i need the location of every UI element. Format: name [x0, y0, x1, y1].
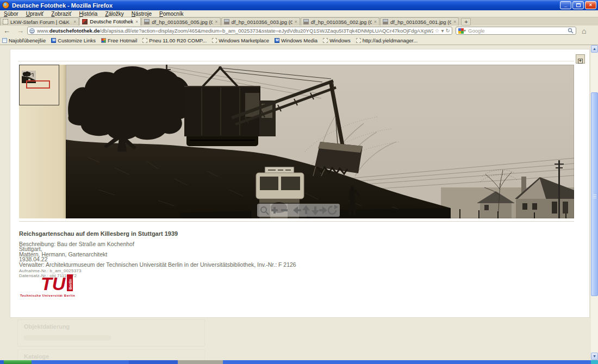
default-bookmark-icon — [212, 38, 217, 43]
windows-taskbar-edge[interactable] — [0, 360, 598, 364]
image-favicon-icon — [303, 19, 309, 24]
default-bookmark-icon — [323, 38, 328, 43]
menu-bookmarks[interactable]: Záložky — [101, 11, 127, 17]
reload-icon[interactable]: ↻ — [446, 28, 450, 34]
url-www: www. — [37, 28, 49, 34]
zoom-out-icon[interactable] — [281, 209, 288, 211]
menu-bar: Súbor Upraviť Zobraziť História Záložky … — [0, 10, 598, 17]
tab-lkw-forum[interactable]: LKW-Stefan Forum | O&K | O&... × — [0, 17, 79, 26]
caption-author: Mattern, Hermann, Gartenarchitekt — [19, 252, 563, 257]
fotothek-favicon-icon — [82, 19, 88, 24]
tu-logo-letters: TU — [41, 273, 66, 294]
search-engine-dropdown-icon[interactable]: ▾ — [464, 28, 466, 33]
image-favicon-icon — [224, 19, 229, 24]
browser-window: Deutsche Fotothek - Mozilla Firefox _ × … — [0, 0, 598, 364]
bookmark-yieldmanager[interactable]: http://ad.yieldmanager... — [356, 37, 418, 43]
default-bookmark-icon — [142, 38, 147, 43]
start-button-edge[interactable] — [4, 360, 32, 364]
image-favicon-icon — [144, 19, 149, 24]
default-favicon-icon — [3, 19, 8, 24]
scroll-up-button[interactable]: ▲ — [591, 45, 598, 53]
google-engine-icon[interactable] — [458, 28, 464, 34]
bookmark-free-hotmail[interactable]: Free Hotmail — [101, 37, 137, 43]
background-label-objektdatierung: Objektdatierung — [24, 323, 70, 330]
forward-button[interactable]: → — [14, 27, 27, 35]
home-button[interactable]: ⌂ — [582, 27, 586, 35]
tab-close-icon[interactable]: × — [73, 19, 76, 24]
back-button[interactable]: ← — [0, 27, 14, 35]
bookmark-star-icon[interactable]: ☆ — [435, 28, 440, 34]
tab-image-002[interactable]: df_hp_0010356_002.jpg (Obrá... × — [301, 17, 379, 26]
search-box[interactable]: ▾ Google — [456, 27, 576, 35]
tab-close-icon[interactable]: × — [453, 19, 456, 24]
bookmark-windows-media[interactable]: Windows Media — [275, 37, 317, 43]
page-content: Objektdatierung Kataloge + — [0, 45, 598, 360]
photo-navigator[interactable] — [19, 65, 59, 105]
caption-photo-number: Aufnahme-Nr.: b_am_0025373 — [19, 268, 563, 273]
viewer-controls[interactable] — [257, 204, 340, 217]
url-bar[interactable]: www.deutschefotothek.de/db/apsisa.dll/et… — [27, 27, 452, 35]
close-button[interactable]: × — [585, 1, 596, 9]
tab-deutsche-fotothek[interactable]: Deutsche Fotothek × — [79, 17, 141, 26]
zoomed-photo[interactable] — [66, 65, 574, 218]
restore-icon — [576, 3, 581, 7]
bookmark-pneu[interactable]: Pneu 11.00 R20 COMP... — [142, 37, 207, 43]
tu-berlin-logo[interactable]: TU Berlin — [41, 273, 77, 295]
tab-image-005[interactable]: df_hp_0010356_005.jpg (Obrá... × — [141, 17, 220, 26]
title-bar: Deutsche Fotothek - Mozilla Firefox _ × — [0, 0, 598, 10]
viewer-divider — [18, 61, 574, 61]
bookmark-windows-marketplace[interactable]: Windows Marketplace — [212, 37, 269, 43]
bookmark-most-visited[interactable]: Najobľúbenejšie — [2, 37, 46, 43]
bookmark-customize-links[interactable]: Customize Links — [51, 37, 96, 43]
folder-icon — [2, 38, 7, 43]
tab-image-001[interactable]: df_hp_0010356_001.jpg (Obrá... × — [380, 17, 459, 26]
bookmark-windows[interactable]: Windows — [323, 37, 351, 43]
default-bookmark-icon — [356, 38, 361, 43]
url-text[interactable]: www.deutschefotothek.de/db/apsisa.dll/et… — [37, 28, 433, 34]
menu-tools[interactable]: Nástroje — [128, 11, 155, 17]
bookmarks-toolbar: Najobľúbenejšie Customize Links Free Hot… — [0, 36, 598, 45]
site-globe-icon — [29, 28, 35, 34]
fotothek-detail-page: + — [10, 49, 590, 318]
background-input-field — [24, 335, 111, 341]
msn-icon — [101, 38, 106, 43]
navigation-toolbar: ← → www.deutschefotothek.de/db/apsisa.dl… — [0, 26, 598, 36]
menu-view[interactable]: Zobraziť — [47, 11, 75, 17]
caption-record-number: Datensatz-Nr.: obj 71110372 — [19, 273, 563, 278]
tab-bar: LKW-Stefan Forum | O&K | O&... × Deutsch… — [0, 17, 598, 26]
windows-icon — [51, 38, 56, 43]
tab-close-icon[interactable]: × — [215, 19, 217, 24]
scrollbar-thumb[interactable] — [591, 92, 598, 296]
caption-description: Beschreibung: Bau der Straße am Kochenho… — [19, 242, 563, 247]
vertical-scrollbar[interactable]: ▲ ▼ — [591, 45, 598, 360]
viewer-maximize-button[interactable]: + — [576, 54, 585, 64]
new-tab-button[interactable]: + — [461, 18, 471, 26]
menu-history[interactable]: História — [75, 11, 101, 17]
image-title: Reichsgartenschau auf dem Killesberg in … — [19, 230, 563, 237]
tray-edge — [591, 360, 598, 364]
menu-file[interactable]: Súbor — [0, 11, 22, 17]
tab-close-icon[interactable]: × — [295, 19, 297, 24]
url-dropdown-icon[interactable]: ▾ — [441, 28, 444, 34]
scroll-down-button[interactable]: ▼ — [591, 353, 598, 360]
excavator-photo-illustration — [66, 65, 574, 218]
tab-image-003[interactable]: df_hp_0010356_003.jpg (Obrá... × — [221, 17, 300, 26]
navigator-viewport-rectangle[interactable] — [26, 80, 50, 89]
search-input[interactable]: Google — [468, 28, 568, 34]
window-title: Deutsche Fotothek - Mozilla Firefox — [12, 2, 113, 9]
taskbar-edge — [0, 360, 4, 364]
menu-help[interactable]: Pomocník — [155, 11, 187, 17]
task-button-edge[interactable] — [129, 360, 178, 364]
url-path: /db/apsisa.dll/ete?action=displayZoom/46… — [100, 28, 433, 34]
restore-button[interactable] — [572, 1, 584, 9]
minimize-button[interactable]: _ — [560, 1, 571, 9]
tab-close-icon[interactable]: × — [135, 19, 138, 24]
url-domain: deutschefotothek.de — [49, 28, 100, 34]
tab-close-icon[interactable]: × — [374, 19, 377, 24]
caption-custodian: Verwalter: Architekturmuseum der Technis… — [19, 262, 563, 267]
image-favicon-icon — [383, 19, 388, 24]
search-magnifier-icon[interactable] — [568, 28, 574, 34]
background-label-kataloge: Kataloge — [24, 353, 49, 360]
active-task-button-edge[interactable] — [178, 360, 223, 364]
menu-edit[interactable]: Upraviť — [22, 11, 48, 17]
